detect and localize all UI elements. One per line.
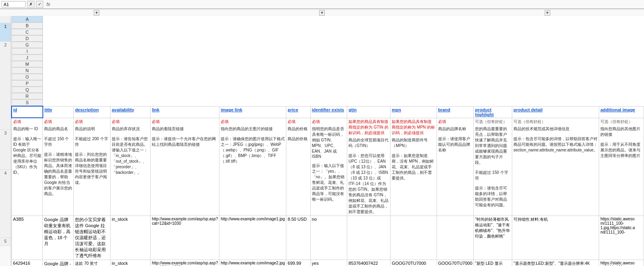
cell-b1[interactable]: title (43, 106, 74, 118)
cell-g1[interactable]: link (151, 106, 219, 118)
cell-p4[interactable]: GOOG70TU7000 (437, 260, 474, 266)
cell-a4[interactable]: 6429416 (12, 260, 43, 266)
cell-m2[interactable]: 必填 指明您的商品是否具有唯一标识码，例如 GTIN、MPN、UPC、EAN、J… (310, 118, 347, 216)
cell-o2[interactable]: 如果您的商品具有制造商指定的称为 MPN 的标识码，则必须提供 商品的制造商部件… (390, 118, 437, 216)
cell-n2[interactable]: 如果您的商品具有制造商指定的称为 GTIN 的标识码，则必须提供 商品的全球贸易… (347, 118, 390, 216)
col-header-d[interactable]: D (12, 35, 43, 42)
col-header-a[interactable]: A (12, 16, 43, 22)
cell-c4[interactable]: 这款 70 英寸 Google LED 4K 超高清智能电视可让您的观看体验更加… (74, 260, 111, 266)
col-header-g[interactable]: G (12, 42, 43, 48)
add-row-button-2[interactable]: + (319, 10, 325, 16)
cell-p1[interactable]: brand (437, 106, 474, 118)
cell-m4[interactable]: yes (310, 260, 347, 266)
col-header-c[interactable]: C (12, 29, 43, 35)
col-header-b[interactable]: B (12, 22, 43, 29)
col-header-p[interactable]: P (12, 80, 43, 87)
col-header-n[interactable]: N (12, 67, 43, 74)
cell-b3[interactable]: Google 品牌幼童女童有机棉运动彩，高蓝色，18 个月 (43, 216, 74, 260)
cancel-formula-button[interactable]: ✗ (27, 1, 34, 8)
cell-n1[interactable]: gtin (347, 106, 390, 118)
cell-b2[interactable]: 必填 商品的商品名不超过 150 个字符提示：请精准地标识您所销售的商品。具体而… (43, 118, 74, 216)
cell-o4[interactable]: GOOG70TU7000 (390, 260, 437, 266)
cell-r1[interactable]: product detail (512, 106, 599, 118)
cell-r2[interactable]: 可选（但有好处） 商品的技术规范或其他详细信息提示：包含尽可能多的详情，以帮助回… (512, 118, 599, 216)
cell-d3[interactable]: in_stock (110, 216, 150, 260)
table-row: id title description availability link i… (12, 106, 644, 118)
fx-icon: fx (45, 2, 52, 7)
cell-o1[interactable]: mpn (390, 106, 437, 118)
cell-m3[interactable]: no (310, 216, 347, 260)
row-numbers: 1 2 3 4 5 (0, 16, 11, 266)
table-row: 6429416 Google 品牌 - 70 英寸 Class 7 系列 LED… (12, 260, 644, 266)
row-num-4[interactable]: 4 (0, 170, 11, 238)
cells-area[interactable]: A B C D G I J M N O P Q R S id (11, 16, 644, 266)
cell-g2[interactable]: 必填 商品的着陆页链接提示：请提供一个允许客户在您的网站上找到商品着陆页的链接 (151, 118, 219, 216)
cell-p3[interactable] (437, 216, 474, 260)
cell-s4[interactable]: https://static.aweso m/1111_100-1.jpg,ht… (599, 260, 644, 266)
cell-q2[interactable]: 可选（但有好处） 您的商品最重要的亮点，以帮助客户快速了解商品并见到常常遇到的问… (474, 118, 512, 216)
col-header-m[interactable]: M (12, 61, 43, 67)
cell-d2[interactable]: 必填 商品的库存状况提示：请告知客户您目前是否有此商品。请输入以下值之一：「in… (110, 118, 150, 216)
add-row-area: + + + (0, 9, 644, 16)
col-header-i[interactable]: I (12, 48, 43, 54)
row-num-blank (0, 16, 11, 23)
cell-g4[interactable]: http://www.example.com/asp/sp.asp?cat=12… (151, 260, 219, 266)
formula-input[interactable]: =HYPERLINK("https://support.google.com/m… (53, 2, 642, 7)
cell-i1[interactable]: image link (219, 106, 286, 118)
cell-r3[interactable]: 可持续性:材料:有机 (512, 216, 599, 260)
cell-g3[interactable]: http://www.example.com/asp/sp.asp?cat=12… (151, 216, 219, 260)
col-header-j[interactable]: J (12, 54, 43, 61)
row-num-3[interactable]: 3 (0, 130, 11, 170)
cell-s2[interactable]: 可选（但有好处） 指向您商品的其他图片的链接提示：用于从不同角度展示您的商品。请… (599, 118, 644, 216)
cell-i2[interactable]: 必填 指向您的商品的主图片的链接提示：请确保您的图片使用以下格式之一：JPEG（… (219, 118, 286, 216)
row-num-5[interactable]: 5 (0, 238, 11, 246)
cell-a1[interactable]: id (12, 106, 43, 118)
add-row-button-3[interactable]: + (545, 10, 550, 16)
cell-c2[interactable]: 必填 商品的说明不能超过 200 个字符提示：列出您您的商品名称的最重要详细信息… (74, 118, 111, 216)
cell-o3[interactable] (390, 216, 437, 260)
add-row-button-1[interactable]: + (94, 10, 99, 16)
spreadsheet-table: A B C D G I J M N O P Q R S id (11, 16, 644, 266)
cell-p2[interactable]: 必填 商品的品牌名称提示：请使用客户能认可的商品品牌名称 (437, 118, 474, 216)
cell-d4[interactable]: in_stock (110, 260, 150, 266)
cell-m1[interactable]: identifier exists (310, 106, 347, 118)
cell-q1[interactable]: product highlight (474, 106, 512, 118)
cell-j4[interactable]: 699.99 USD (286, 260, 310, 266)
cell-s3[interactable]: https://static.aweso m/1111_100-1.jpg,ht… (599, 216, 644, 260)
cell-j2[interactable]: 必填 商品的价格商品的价格 (286, 118, 310, 216)
cell-r4[interactable]: "显示器类型:LED:新型"、"显示器分辨率:4K (2160p)" (512, 260, 599, 266)
cell-c3[interactable]: 您的小宝贝穿着这件 Google 拉链连帽运动彩不仅温暖舒适，还活泼可爱。这款长… (74, 216, 111, 260)
col-header-o[interactable]: O (12, 74, 43, 80)
cell-q3[interactable]: "时尚的轻薄都市风格运动彩"、"速干有机棉绒布"、"热升华印染，颜色鲜艳" (474, 216, 512, 260)
cell-a2[interactable]: 必填 商品的唯一 ID提示：输入唯一 ID 有助于 Google 区分各种商品。… (12, 118, 43, 216)
cell-j1[interactable]: price (286, 106, 310, 118)
cell-b4[interactable]: Google 品牌 - 70 英寸 Class 7 系列 LED 4K 超高清智… (43, 260, 74, 266)
grid: 1 2 3 4 5 (0, 16, 644, 266)
cell-i3[interactable]: http://www.example.com/image1.jpg (219, 216, 286, 260)
row-num-1[interactable]: 1 (0, 23, 11, 42)
cell-d1[interactable]: availability (110, 106, 150, 118)
cell-s1[interactable]: additional image (599, 106, 644, 118)
col-header-s[interactable]: S (12, 99, 43, 106)
table-row: A3B5 Google 品牌幼童女童有机棉运动彩，高蓝色，18 个月 您的小宝贝… (12, 216, 644, 260)
col-header-q[interactable]: Q (12, 87, 43, 93)
cell-n3[interactable] (347, 216, 390, 260)
spreadsheet-container: + + + 1 2 3 4 5 (0, 9, 644, 266)
confirm-formula-button[interactable]: ✓ (36, 1, 43, 8)
cell-j3[interactable]: 8.50 USD (286, 216, 310, 260)
column-header-row: A B C D G I J M N O P Q R S (12, 16, 644, 106)
cell-a3[interactable]: A3B5 (12, 216, 43, 260)
cell-i4[interactable]: http://www.example.com/image2.jpg (219, 260, 286, 266)
col-header-r[interactable]: R (12, 93, 43, 99)
cell-reference[interactable]: A1 (2, 1, 26, 8)
cell-q4[interactable]: "新型 LED 显示器"、"分辨率 4K (2160p)" (474, 260, 512, 266)
formula-bar: A1 ✗ ✓ fx =HYPERLINK("https://support.go… (0, 0, 644, 9)
cell-c1[interactable]: description (74, 106, 111, 118)
cell-n4[interactable]: 853764007422 (347, 260, 390, 266)
table-row: 必填 商品的唯一 ID提示：输入唯一 ID 有助于 Google 区分各种商品。… (12, 118, 644, 216)
row-num-2[interactable]: 2 (0, 42, 11, 130)
